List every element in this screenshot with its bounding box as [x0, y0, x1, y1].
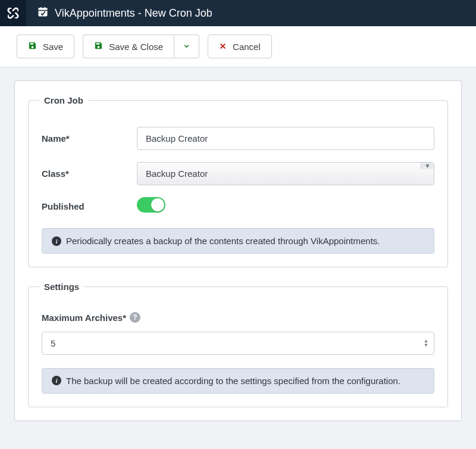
max-archives-label: Maximum Archives* ? [42, 312, 140, 323]
save-button-label: Save [43, 42, 63, 52]
max-archives-input[interactable] [42, 332, 434, 355]
toggle-knob [151, 198, 164, 211]
settings-fieldset: Settings Maximum Archives* ? ▲ ▼ i The b… [28, 282, 448, 407]
cronjob-fieldset: Cron Job Name* Class* Backup Creator ▼ P… [28, 95, 448, 267]
settings-info-box: i The backup will be created according t… [42, 368, 434, 394]
save-button[interactable]: Save [17, 35, 74, 58]
name-input[interactable] [137, 127, 434, 150]
number-spinner[interactable]: ▲ ▼ [424, 339, 428, 347]
save-close-group: Save & Close [83, 35, 199, 58]
toolbar: Save Save & Close Cancel [0, 26, 476, 67]
class-select-value: Backup Creator [137, 163, 421, 185]
cronjob-info-text: Periodically creates a backup of the con… [66, 236, 380, 246]
cronjob-legend: Cron Job [39, 95, 88, 105]
svg-rect-4 [45, 7, 46, 8]
class-select[interactable]: Backup Creator ▼ [137, 162, 434, 185]
cronjob-info-box: i Periodically creates a backup of the c… [42, 228, 434, 254]
calendar-icon [37, 6, 49, 21]
save-close-button[interactable]: Save & Close [83, 35, 174, 58]
save-icon [28, 41, 37, 52]
help-icon[interactable]: ? [130, 312, 140, 323]
class-label: Class* [42, 169, 137, 179]
published-toggle[interactable] [137, 197, 165, 213]
chevron-down-icon: ▼ [421, 163, 434, 169]
info-icon: i [52, 236, 61, 246]
save-dropdown-toggle[interactable] [174, 35, 199, 58]
cancel-button-label: Cancel [233, 42, 261, 52]
save-close-button-label: Save & Close [109, 42, 163, 52]
settings-legend: Settings [39, 282, 84, 292]
name-label: Name* [42, 133, 137, 144]
save-icon [94, 41, 103, 52]
chevron-down-icon [183, 42, 190, 52]
top-header: VikAppointments - New Cron Job [0, 0, 476, 26]
settings-info-text: The backup will be created according to … [66, 376, 400, 386]
cancel-button[interactable]: Cancel [208, 35, 272, 58]
joomla-logo-icon [0, 0, 26, 26]
info-icon: i [52, 376, 61, 385]
published-label: Published [42, 201, 137, 211]
svg-rect-3 [40, 7, 42, 8]
page-title: VikAppointments - New Cron Job [55, 7, 212, 20]
svg-rect-2 [39, 8, 48, 10]
form-card: Cron Job Name* Class* Backup Creator ▼ P… [14, 80, 462, 421]
spinner-down-icon: ▼ [424, 343, 428, 347]
cancel-icon [219, 42, 227, 52]
